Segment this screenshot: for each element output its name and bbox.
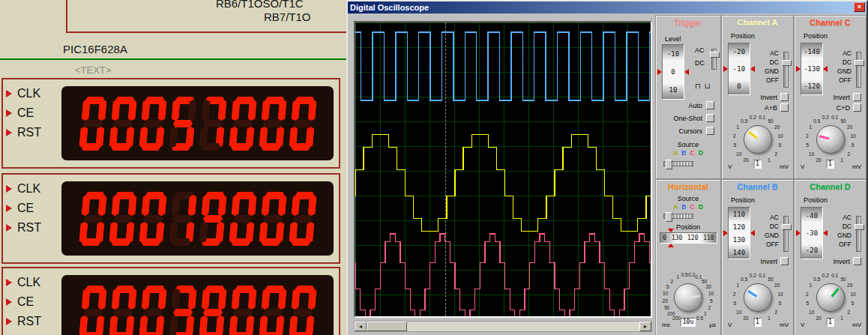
horizontal-position-wheel[interactable]: 0130120110 [660,232,717,244]
counter-component-1[interactable]: CLKCERST [1,78,340,169]
trigger-coupling-label: AC [695,47,705,54]
knob-pointer [819,136,829,140]
pin-arrow-icon [6,90,12,97]
coupling-label-dc: DC [843,59,852,66]
scroll-left-button[interactable]: ◄ [355,322,367,331]
wheel-marker-icon [723,66,728,72]
chip-name-label: PIC16F628A [63,43,127,55]
trigger-level-wheel[interactable]: -10010 [662,44,684,100]
coupling-label-ac: AC [770,50,779,57]
wheel-marker-icon [750,230,755,236]
channel-d-position-wheel[interactable]: -40-30-20 [801,207,823,259]
auto-button[interactable] [706,101,714,109]
knob-scale-label: 0.1 [695,274,702,280]
horizontal-source-slider[interactable] [663,214,693,219]
cursors-button[interactable] [706,127,714,135]
channel-c-panel: Channel CPosition-140-130-120ACDCGNDOFFI… [794,15,867,179]
knob-scale-label: 50 [664,305,669,310]
rising-edge-icon[interactable]: ⊓ [695,82,701,90]
unit-label-right: µs [709,322,716,328]
coupling-label-dc: DC [770,59,779,66]
knob-scale-label: 1 [840,315,843,320]
scroll-right-icon: ► [643,324,648,329]
channel-d-coupling-switch[interactable] [856,216,861,252]
one-shot-label: One-Shot [673,115,702,122]
knob-scale-label: 1 [736,124,739,130]
scope-horizontal-scrollbar[interactable]: ◄ ► [354,321,652,332]
knob-scale-label: 0.2 [750,114,756,119]
switch-thumb [855,224,864,230]
coupling-label-dc: DC [770,223,779,230]
counter-component-3[interactable]: CLKCERST [1,267,340,335]
channel-a-gain-knob[interactable] [744,125,772,154]
channel-a-coupling-labels: ACDCGNDOFF [759,50,779,84]
knob-scale-label: 5 [807,142,810,148]
knob-scale-label: 0.5 [741,118,747,123]
wire[interactable] [0,58,346,60]
knob-scale-label: 5 [734,142,737,148]
timebase-knob[interactable] [674,283,702,312]
channel-c-position-wheel[interactable]: -140-130-120 [801,43,823,95]
seven-seg-digit [288,192,316,246]
channel-b-coupling-switch[interactable] [783,216,789,252]
channel-b-gain-knob[interactable] [744,283,772,312]
close-icon: × [858,3,861,10]
knob-scale-label: 1 [676,274,679,280]
scroll-thumb[interactable] [367,322,407,331]
knob-scale-label: 20 [847,283,852,288]
knob-scale-label: 2 [847,309,850,314]
knob-scale-label: 0.1 [831,272,838,277]
channel-d-gain-knob[interactable] [816,283,845,312]
seven-segment-display-3 [61,275,334,335]
seven-seg-digit [168,97,196,151]
pin-label-rst: RST [17,315,41,328]
channel-a-coupling-switch[interactable] [783,52,789,88]
counter-component-2[interactable]: CLKCERST [1,173,340,264]
scroll-right-button[interactable]: ► [639,322,651,331]
slider-thumb [666,160,672,169]
seven-segment-display-1 [61,86,334,160]
one-shot-button[interactable] [706,114,714,122]
seven-seg-digit [288,97,316,151]
wheel-value: 10 [669,86,678,94]
trigger-coupling-switch[interactable] [711,49,717,70]
seven-segment-display-2 [61,181,334,256]
scope-window-titlebar[interactable]: Digital Oscilloscope × [348,1,867,13]
falling-edge-icon[interactable]: ⊔ [705,82,711,90]
knob-pointer [747,290,756,298]
wheel-value: 110 [733,211,745,218]
channel-a-position-wheel[interactable]: -20-100 [728,43,750,95]
wheel-marker-icon [668,244,674,247]
channel-c-coupling-switch[interactable] [856,52,861,88]
seven-seg-digit [258,192,286,246]
position-label: Position [731,32,755,40]
position-label: Position [804,196,828,204]
seven-seg-digit [228,97,256,151]
channel-b-position-wheel[interactable]: 110120130140 [728,207,750,259]
seven-seg-digit [138,286,166,335]
knob-scale-label: 10 [736,309,741,314]
trigger-source-letters: ABCD [656,149,720,157]
source-channel-b: B [681,203,686,211]
staircase-sine-trace-pink [355,234,651,316]
knob-scale-label: 0.5 [813,118,820,123]
trigger-source-label: Source [656,141,720,148]
oscilloscope-screen[interactable] [354,21,652,318]
seven-seg-digit [288,286,316,335]
channel-a-invert-button[interactable] [780,93,789,101]
channel-c-invert-button[interactable] [853,93,861,101]
close-button[interactable]: × [854,2,865,12]
trigger-source-slider[interactable] [663,161,693,166]
invert-label: Invert [833,258,850,265]
channel-c-gain-knob[interactable] [816,125,845,154]
counter-pins: CLKCERST [6,86,41,139]
wheel-value: -120 [804,82,820,90]
seven-seg-digit [228,286,256,335]
channel-c-coupling-labels: ACDCGNDOFF [832,50,852,84]
knob-scale-label: 20 [663,298,668,303]
source-channel-c: C [690,203,695,211]
horizontal-panel: Horizontal Source ABCD Position 01301201… [655,179,721,335]
square-wave-trace [355,32,651,100]
trigger-coupling-labels: ACDC [695,47,705,67]
wheel-value: 140 [733,249,745,256]
